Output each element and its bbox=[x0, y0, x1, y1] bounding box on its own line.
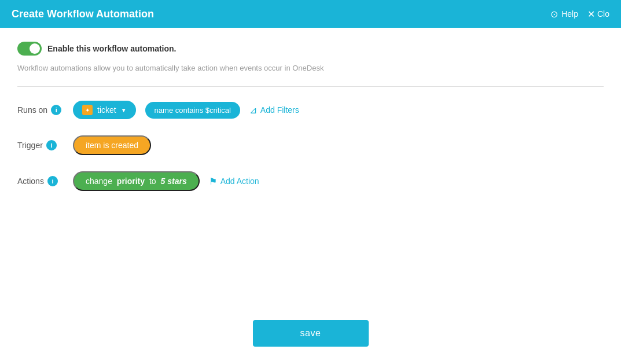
header-actions: ⊙ Help ✕ Clo bbox=[550, 9, 609, 20]
flag-icon: ⚑ bbox=[209, 176, 217, 187]
actions-row: Actions i change priority to 5 stars ⚑ A… bbox=[17, 171, 604, 191]
help-button[interactable]: ⊙ Help bbox=[550, 9, 578, 20]
workflow-description: Workflow automations allow you to automa… bbox=[17, 64, 604, 72]
runs-on-label: Runs on i bbox=[17, 105, 64, 115]
save-button-container: save bbox=[253, 320, 369, 347]
help-circle-icon: ⊙ bbox=[550, 9, 558, 20]
header: Create Workflow Automation ⊙ Help ✕ Clo bbox=[0, 0, 621, 28]
filter-icon: ⊿ bbox=[249, 105, 257, 116]
actions-label: Actions i bbox=[17, 176, 64, 186]
divider bbox=[17, 86, 604, 87]
close-button[interactable]: ✕ Clo bbox=[587, 9, 609, 20]
toggle-label: Enable this workflow automation. bbox=[47, 44, 176, 53]
action-pill[interactable]: change priority to 5 stars bbox=[73, 171, 200, 191]
save-button[interactable]: save bbox=[253, 320, 369, 347]
runs-on-row: Runs on i ✦ ticket ▼ name contains $crit… bbox=[17, 101, 604, 119]
actions-info-icon[interactable]: i bbox=[47, 176, 58, 186]
toggle-row: Enable this workflow automation. bbox=[17, 42, 604, 56]
add-action-button[interactable]: ⚑ Add Action bbox=[209, 176, 259, 187]
ticket-icon: ✦ bbox=[82, 105, 93, 115]
trigger-info-icon[interactable]: i bbox=[46, 140, 57, 150]
chevron-down-icon: ▼ bbox=[121, 107, 127, 113]
enable-toggle[interactable] bbox=[17, 42, 42, 56]
ticket-dropdown[interactable]: ✦ ticket ▼ bbox=[73, 101, 136, 119]
page-title: Create Workflow Automation bbox=[12, 8, 154, 20]
runs-on-info-icon[interactable]: i bbox=[51, 105, 61, 115]
add-filters-button[interactable]: ⊿ Add Filters bbox=[249, 105, 299, 116]
main-content: Enable this workflow automation. Workflo… bbox=[0, 28, 621, 364]
trigger-label: Trigger i bbox=[17, 140, 64, 150]
filter-pill[interactable]: name contains $critical bbox=[145, 102, 240, 119]
trigger-row: Trigger i item is created bbox=[17, 135, 604, 155]
close-icon: ✕ bbox=[587, 9, 595, 20]
trigger-pill-text: item is created bbox=[86, 141, 138, 150]
trigger-pill[interactable]: item is created bbox=[73, 135, 151, 155]
